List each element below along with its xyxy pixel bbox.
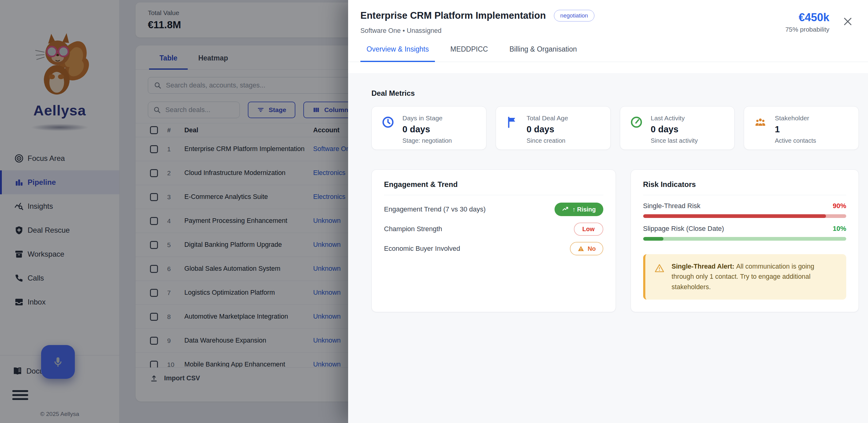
deal-title: Enterprise CRM Platform Implementation: [361, 10, 546, 21]
metric-card-last-activity: Last Activity 0 days Since last activity: [620, 106, 735, 150]
metric-value: 0 days: [402, 124, 452, 135]
engagement-label: Champion Strength: [384, 225, 442, 233]
metric-sub: Stage: negotiation: [402, 137, 452, 144]
economic-buyer-row: Economic Buyer Involved No: [384, 239, 603, 258]
alert-title: Single-Thread Alert:: [672, 263, 737, 270]
risk-label: Single-Thread Risk: [643, 202, 701, 210]
overview-tab-content: Deal Metrics Days in Stage 0 days Stage:…: [348, 73, 868, 312]
metric-sub: Active contacts: [775, 137, 816, 144]
tab-billing-organisation[interactable]: Billing & Organisation: [503, 45, 583, 62]
risk-bar-fill: [643, 237, 663, 241]
single-thread-risk-row: Single-Thread Risk 90%: [643, 202, 846, 210]
risk-label: Slippage Risk (Close Date): [643, 225, 724, 233]
alert-text: Single-Thread Alert: All communication i…: [672, 261, 838, 292]
risk-heading: Risk Indicators: [643, 180, 846, 195]
single-thread-risk-bar: [643, 214, 846, 218]
clock-icon: [381, 116, 395, 129]
deal-value: €450k: [785, 11, 829, 24]
rising-badge: ↑ Rising: [555, 203, 603, 216]
rising-badge-label: ↑ Rising: [572, 206, 596, 213]
metric-label: Stakeholder: [775, 114, 816, 122]
app-root: Aellysa Focus Area Pipeline: [0, 0, 868, 423]
deal-subtitle: Software One • Unassigned: [361, 27, 801, 35]
low-badge: Low: [574, 223, 603, 236]
metric-sub: Since creation: [527, 137, 568, 144]
panel-header: Enterprise CRM Platform Implementation n…: [348, 0, 868, 73]
deal-probability: 75% probability: [785, 26, 829, 33]
single-thread-alert: Single-Thread Alert: All communication i…: [643, 254, 846, 300]
people-icon: [754, 116, 767, 129]
slippage-risk-bar: [643, 237, 846, 241]
flag-icon: [506, 116, 519, 129]
champion-strength-row: Champion Strength Low: [384, 219, 603, 239]
metric-label: Days in Stage: [402, 114, 452, 122]
metric-label: Last Activity: [651, 114, 698, 122]
stage-badge: negotiation: [554, 10, 595, 22]
no-badge: No: [570, 242, 603, 255]
metric-label: Total Deal Age: [527, 114, 568, 122]
metric-card-stakeholder: Stakeholder 1 Active contacts: [744, 106, 859, 150]
deal-detail-panel: Enterprise CRM Platform Implementation n…: [348, 0, 868, 423]
modal-dim-overlay[interactable]: [0, 0, 348, 423]
warning-triangle-icon: [577, 245, 585, 252]
gauge-icon: [630, 116, 643, 129]
metric-value: 1: [775, 124, 816, 135]
tab-overview-insights[interactable]: Overview & Insights: [361, 45, 435, 62]
panel-tabs: Overview & Insights MEDDPICC Billing & O…: [348, 45, 868, 62]
risk-value: 90%: [833, 202, 846, 210]
engagement-trend-card: Engagement & Trend Engagement Trend (7 v…: [371, 169, 616, 312]
tab-meddpicc[interactable]: MEDDPICC: [444, 45, 494, 62]
trending-up-icon: [562, 206, 569, 213]
metric-sub: Since last activity: [651, 137, 698, 144]
warning-triangle-icon: [654, 263, 665, 274]
metric-value: 0 days: [527, 124, 568, 135]
metric-card-total-deal-age: Total Deal Age 0 days Since creation: [496, 106, 611, 150]
slippage-risk-row: Slippage Risk (Close Date) 10%: [643, 225, 846, 233]
close-icon[interactable]: [842, 16, 853, 27]
deal-metrics-grid: Days in Stage 0 days Stage: negotiation …: [371, 106, 859, 150]
no-badge-label: No: [588, 245, 596, 252]
risk-bar-fill: [643, 214, 826, 218]
engagement-trend-row: Engagement Trend (7 vs 30 days) ↑ Rising: [384, 200, 603, 219]
metric-value: 0 days: [651, 124, 698, 135]
risk-value: 10%: [833, 225, 846, 233]
engagement-label: Economic Buyer Involved: [384, 245, 460, 253]
engagement-label: Engagement Trend (7 vs 30 days): [384, 205, 486, 213]
risk-indicators-card: Risk Indicators Single-Thread Risk 90% S…: [630, 169, 859, 312]
deal-value-block: €450k 75% probability: [785, 11, 829, 33]
deal-metrics-heading: Deal Metrics: [371, 89, 859, 97]
engagement-heading: Engagement & Trend: [384, 180, 603, 195]
metric-card-days-in-stage: Days in Stage 0 days Stage: negotiation: [371, 106, 487, 150]
